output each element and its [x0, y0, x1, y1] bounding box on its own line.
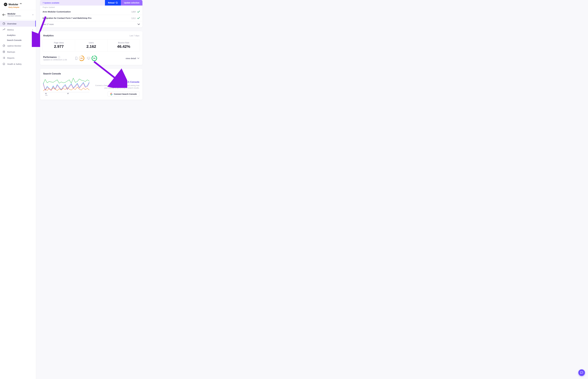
sidebar-item-backups[interactable]: Backups	[0, 49, 36, 55]
sidebar-item-uptime[interactable]: Uptime Monitor	[0, 43, 36, 49]
trend-icon	[2, 28, 5, 31]
score-value: 63	[81, 57, 83, 59]
chevron-down-icon	[137, 58, 139, 59]
search-console-heading: Search Console	[122, 81, 139, 83]
score-ring-desktop: 94	[92, 56, 97, 61]
stat-value: 2.977	[43, 44, 75, 49]
stat-pageviews: Page views 2.977	[43, 40, 75, 51]
google-icon	[110, 93, 112, 95]
plugin-name: Ares Modular Customization	[43, 11, 71, 13]
main-content: 7 Updates available Reload Update select…	[36, 0, 147, 379]
analytics-card: Analytics Last 7 days Page views 2.977 U…	[40, 31, 142, 65]
see-more-label: See 17 more	[43, 23, 54, 25]
database-icon	[2, 50, 5, 53]
logo-mark-icon	[4, 3, 7, 6]
analytics-range: Last 7 days	[129, 34, 139, 37]
search-console-mini-chart: 01JUL07	[43, 77, 89, 96]
stat-value: 2.162	[75, 44, 107, 49]
sidebar-item-label: Overview	[7, 22, 17, 25]
stat-grid: Page views 2.977 Users 2.162 Bounce Rate…	[43, 40, 140, 51]
svg-point-5	[3, 57, 3, 57]
sidebar-item-label: Analytics	[7, 34, 16, 36]
svg-point-9	[3, 63, 4, 64]
updates-count: 7 Updates available	[40, 2, 105, 4]
plugin-row[interactable]: Ares Modular Customization 1.0.0	[40, 9, 142, 15]
caret-up-icon: ▲	[32, 29, 33, 31]
gauge-icon	[2, 44, 5, 47]
svg-rect-0	[5, 4, 5, 5]
sidebar-item-label: Metrics	[7, 29, 14, 31]
reload-label: Reload	[108, 2, 115, 4]
chevron-down-icon: ▾	[33, 14, 33, 16]
team-name: Modular	[7, 13, 31, 15]
info-icon[interactable]: i	[58, 56, 60, 58]
connect-label: Connect Search Console	[114, 93, 137, 95]
view-detail-link[interactable]: view detail	[126, 57, 139, 60]
svg-rect-1	[5, 4, 6, 5]
plugin-row[interactable]: Integration for Contact Form 7 and Mailc…	[40, 15, 142, 21]
stat-label: Users	[75, 42, 107, 44]
chat-fab[interactable]	[578, 369, 585, 376]
analytics-title: Analytics	[43, 34, 54, 37]
sidebar-nav: Overview Metrics ▲ Analytics Search Cons…	[0, 19, 36, 67]
team-sub: Standard websites	[7, 15, 31, 17]
svg-point-12	[76, 59, 76, 59]
chevron-down-icon	[137, 23, 140, 25]
svg-text:01: 01	[45, 93, 47, 94]
list-icon	[2, 57, 5, 59]
logo-area: Modular DS Early Adopter	[0, 0, 36, 10]
logo-text: Modular	[9, 3, 18, 6]
plugins-updated-label: Plugins Updated	[40, 5, 142, 9]
sidebar-item-label: Health & Safety	[7, 63, 22, 65]
sidebar-item-search-console[interactable]: Search Console	[0, 38, 36, 43]
update-selection-label: Update selection	[124, 2, 139, 4]
score-value: 94	[93, 57, 95, 59]
stat-label: Bounce Rate	[108, 42, 140, 44]
svg-rect-2	[6, 4, 6, 5]
sidebar-item-health[interactable]: Health & Safety	[0, 61, 36, 67]
team-switcher[interactable]: Modular Standard websites ▾	[0, 10, 36, 19]
performance-updated: Updated on 24/06/2024 11:56	[43, 59, 67, 61]
sidebar-item-label: Backups	[7, 51, 15, 53]
connect-search-console-button[interactable]: Connect Search Console	[108, 92, 139, 97]
svg-point-8	[3, 63, 5, 65]
score-desktop: 94	[87, 56, 97, 61]
chat-icon	[580, 371, 583, 374]
sidebar-item-label: Reports	[7, 57, 15, 59]
svg-point-10	[4, 63, 4, 64]
pie-icon	[2, 22, 5, 25]
stat-label: Page views	[43, 42, 75, 44]
stat-bounce: Bounce Rate 46.42%	[108, 40, 140, 51]
desktop-icon	[87, 57, 90, 60]
sidebar-item-metrics[interactable]: Metrics ▲	[0, 27, 36, 33]
check-icon	[137, 11, 140, 13]
view-detail-label: view detail	[126, 57, 136, 60]
stat-users: Users 2.162	[75, 40, 107, 51]
plugin-version: 1.0.0	[132, 11, 135, 13]
sidebar-item-overview[interactable]: Overview	[0, 21, 36, 27]
see-more-row[interactable]: See 17 more	[40, 21, 142, 27]
check-icon	[137, 17, 140, 19]
update-selection-button[interactable]: Update selection	[121, 0, 142, 5]
logo-sup: DS	[20, 3, 22, 4]
score-ring-mobile: 63	[79, 56, 84, 61]
sidebar-item-analytics[interactable]: Analytics	[0, 33, 36, 38]
mobile-icon	[75, 57, 77, 60]
reload-button[interactable]: Reload	[105, 0, 121, 5]
svg-rect-13	[87, 57, 90, 59]
svg-text:JUL: JUL	[45, 95, 48, 96]
updates-bar: 7 Updates available Reload Update select…	[40, 0, 142, 5]
plugin-version: 1.1.1	[132, 17, 135, 19]
sidebar: Modular DS Early Adopter Modular Standar…	[0, 0, 36, 379]
performance-title: Performance	[43, 56, 57, 58]
score-mobile: 63	[75, 56, 84, 61]
search-console-title: Search Console	[43, 72, 89, 75]
svg-point-4	[3, 51, 5, 51]
sidebar-item-reports[interactable]: Reports	[0, 55, 36, 61]
svg-point-7	[3, 58, 3, 59]
stat-value: 46.42%	[108, 44, 140, 49]
back-arrow-icon[interactable]	[2, 14, 5, 16]
smiley-icon	[2, 63, 5, 65]
search-console-card: Search Console 01JUL07 Search Console Co…	[40, 69, 142, 100]
plugin-name: Integration for Contact Form 7 and Mailc…	[43, 17, 91, 19]
